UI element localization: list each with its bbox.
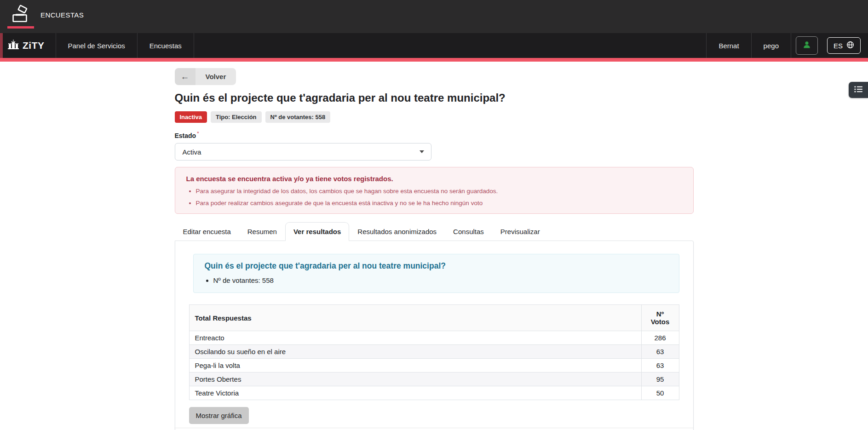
alert-list: Para asegurar la integridad de los datos… (186, 188, 682, 206)
main-content: ← Volver Quin és el projecte que t'agrad… (175, 62, 694, 430)
table-row: Entreacto 286 (189, 331, 679, 345)
chevron-down-icon (420, 150, 424, 153)
answer-votes: 63 (641, 359, 679, 373)
estado-selected-value: Activa (183, 148, 201, 156)
city-hall-icon (7, 40, 19, 52)
floating-list-button[interactable] (849, 82, 868, 98)
app-top-bar: ENCUESTAS (0, 0, 868, 33)
tab-editar-encuesta[interactable]: Editar encuesta (175, 222, 239, 241)
user-profile-button[interactable] (796, 36, 818, 55)
bottom-divider (174, 428, 693, 428)
answer-votes: 50 (641, 386, 679, 400)
answer-label: Teatre Victoria (189, 386, 641, 400)
back-button[interactable]: ← Volver (175, 68, 236, 85)
tab-ver-resultados[interactable]: Ver resultados (285, 222, 349, 241)
app-logo (7, 4, 34, 29)
alert-title: La encuesta se encuentra activa y/o ya t… (186, 175, 682, 183)
table-row: Oscilando su sueño en el aire 63 (189, 345, 679, 359)
accent-bar (0, 58, 868, 62)
app-title: ENCUESTAS (40, 11, 84, 19)
voters-count-line: Nº de votantes: 558 (213, 276, 668, 284)
estado-label: Estado (175, 132, 196, 139)
nav-user-first-name[interactable]: Bernat (706, 33, 751, 58)
show-chart-button[interactable]: Mostrar gráfica (189, 407, 249, 424)
tab-resumen[interactable]: Resumen (239, 222, 285, 241)
estado-field: Estado* Activa (175, 131, 694, 161)
tab-previsualizar[interactable]: Previsualizar (492, 222, 548, 241)
ballot-box-icon (7, 4, 32, 25)
question-card: Quin és el projecte que t'agradaria per … (193, 254, 679, 293)
type-badge: Tipo: Elección (211, 111, 262, 123)
answer-label: Pega-li la volta (189, 359, 641, 373)
voters-count-badge: Nº de votantes: 558 (265, 111, 331, 123)
alert-item: Para poder realizar cambios asegurate de… (196, 200, 682, 206)
logo-underline (7, 26, 34, 29)
answer-label: Portes Obertes (189, 373, 641, 386)
language-code: ES (834, 42, 843, 50)
answer-votes: 63 (641, 345, 679, 359)
globe-icon (846, 41, 854, 50)
back-arrow-icon: ← (175, 68, 195, 85)
results-table: Total Respuestas Nº Votos Entreacto 286 … (189, 304, 679, 400)
nav-item-panel-de-servicios[interactable]: Panel de Servicios (56, 33, 137, 58)
question-meta-list: Nº de votantes: 558 (205, 276, 668, 284)
list-icon (854, 86, 863, 95)
results-panel: Quin és el projecte que t'agradaria per … (175, 241, 694, 430)
main-navbar: ZiTY Panel de Servicios Encuestas Bernat… (0, 33, 868, 58)
answer-votes: 95 (641, 373, 679, 386)
header-num-votos: Nº Votos (641, 305, 679, 331)
zity-brand-text: ZiTY (23, 40, 45, 51)
answer-label: Entreacto (189, 331, 641, 345)
answer-label: Oscilando su sueño en el aire (189, 345, 641, 359)
nav-item-encuestas[interactable]: Encuestas (137, 33, 194, 58)
warning-alert: La encuesta se encuentra activa y/o ya t… (175, 167, 694, 214)
status-badge: Inactiva (175, 111, 207, 123)
question-title: Quin és el projecte que t'agradaria per … (205, 261, 668, 271)
nav-user-second-name[interactable]: pego (751, 33, 791, 58)
badge-row: Inactiva Tipo: Elección Nº de votantes: … (175, 111, 694, 123)
back-button-label: Volver (195, 68, 236, 85)
tab-bar: Editar encuesta Resumen Ver resultados R… (175, 222, 694, 241)
estado-select[interactable]: Activa (175, 143, 431, 161)
results-table-header-row: Total Respuestas Nº Votos (189, 305, 679, 331)
tab-resultados-anonimizados[interactable]: Resultados anonimizados (349, 222, 445, 241)
header-total-respuestas: Total Respuestas (189, 305, 641, 331)
nav-spacer (194, 33, 707, 58)
alert-item: Para asegurar la integridad de los datos… (196, 188, 682, 195)
page-title: Quin és el projecte que t'agradaria per … (175, 92, 694, 104)
tab-consultas[interactable]: Consultas (445, 222, 492, 241)
answer-votes: 286 (641, 331, 679, 345)
table-row: Teatre Victoria 50 (189, 386, 679, 400)
table-row: Pega-li la volta 63 (189, 359, 679, 373)
person-icon (802, 40, 811, 51)
required-asterisk: * (197, 131, 199, 136)
table-row: Portes Obertes 95 (189, 373, 679, 386)
zity-brand[interactable]: ZiTY (3, 33, 56, 58)
language-selector-button[interactable]: ES (827, 37, 861, 54)
